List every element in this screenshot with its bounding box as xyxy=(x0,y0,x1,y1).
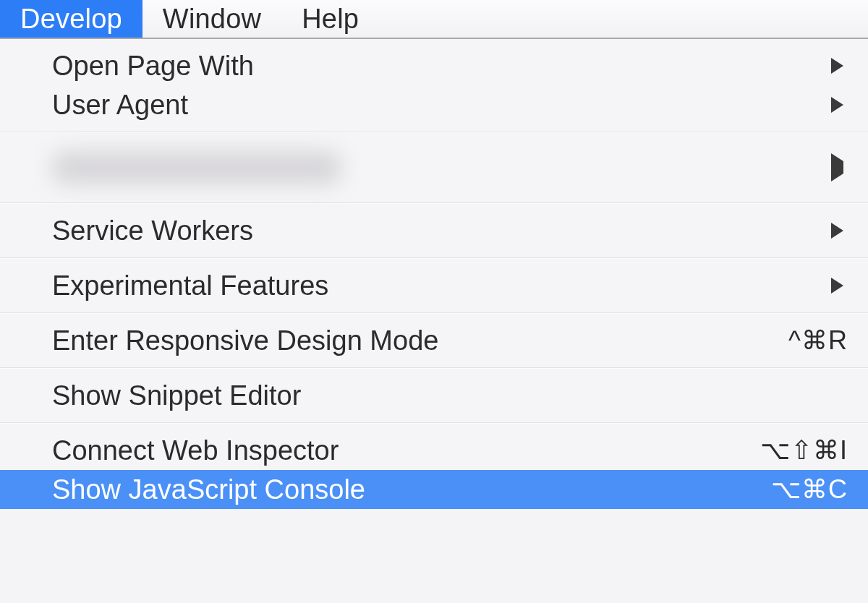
menu-item-shortcut: ^⌘R xyxy=(788,325,848,356)
menu-item-enter-responsive-design-mode[interactable]: Enter Responsive Design Mode ^⌘R xyxy=(0,321,868,360)
menu-item-label: Open Page With xyxy=(52,51,254,82)
menu-group: Connect Web Inspector ⌥⇧⌘I Show JavaScri… xyxy=(0,424,868,509)
menu-item-label: Connect Web Inspector xyxy=(52,435,339,466)
menu-group: Service Workers xyxy=(0,204,868,257)
menu-item-user-agent[interactable]: User Agent xyxy=(0,85,868,124)
chevron-right-icon xyxy=(831,153,843,181)
menu-group: Enter Responsive Design Mode ^⌘R xyxy=(0,314,868,367)
menubar-item-help[interactable]: Help xyxy=(281,0,379,38)
menubar: Develop Window Help xyxy=(0,0,868,39)
menubar-item-window[interactable]: Window xyxy=(142,0,281,38)
menu-item-label: Show JavaScript Console xyxy=(52,474,365,505)
redacted-label xyxy=(52,151,341,184)
menu-item-shortcut: ⌥⇧⌘I xyxy=(760,435,848,466)
menubar-item-label: Window xyxy=(163,4,261,35)
menu-item-label: User Agent xyxy=(52,90,188,121)
menu-item-label: Experimental Features xyxy=(52,270,328,302)
menu-item-open-page-with[interactable]: Open Page With xyxy=(0,46,868,85)
menu-group: Show Snippet Editor xyxy=(0,369,868,422)
menu-item-experimental-features[interactable]: Experimental Features xyxy=(0,266,868,305)
menu-item-redacted-device[interactable] xyxy=(0,133,868,202)
menu-group: Open Page With User Agent xyxy=(0,39,868,132)
menubar-item-label: Help xyxy=(302,4,359,35)
menu-item-shortcut: ⌥⌘C xyxy=(771,474,848,505)
chevron-right-icon xyxy=(831,278,843,294)
submenu-indicator xyxy=(831,223,848,239)
chevron-right-icon xyxy=(831,223,843,239)
menubar-item-label: Develop xyxy=(20,4,122,35)
menu-item-label: Enter Responsive Design Mode xyxy=(52,325,438,356)
menu-item-connect-web-inspector[interactable]: Connect Web Inspector ⌥⇧⌘I xyxy=(0,431,868,470)
submenu-indicator xyxy=(831,58,848,74)
menu-item-service-workers[interactable]: Service Workers xyxy=(0,211,868,250)
menubar-item-develop[interactable]: Develop xyxy=(0,0,142,38)
submenu-indicator xyxy=(831,97,848,113)
menu-item-show-snippet-editor[interactable]: Show Snippet Editor xyxy=(0,376,868,415)
submenu-indicator xyxy=(831,161,848,174)
chevron-right-icon xyxy=(831,97,843,113)
submenu-indicator xyxy=(831,278,848,294)
chevron-right-icon xyxy=(831,58,843,74)
menu-item-show-javascript-console[interactable]: Show JavaScript Console ⌥⌘C xyxy=(0,470,868,509)
develop-menu: Open Page With User Agent Service Worker… xyxy=(0,39,868,509)
menu-item-label: Service Workers xyxy=(52,215,253,247)
menu-group: Experimental Features xyxy=(0,259,868,312)
menu-item-label: Show Snippet Editor xyxy=(52,380,301,411)
